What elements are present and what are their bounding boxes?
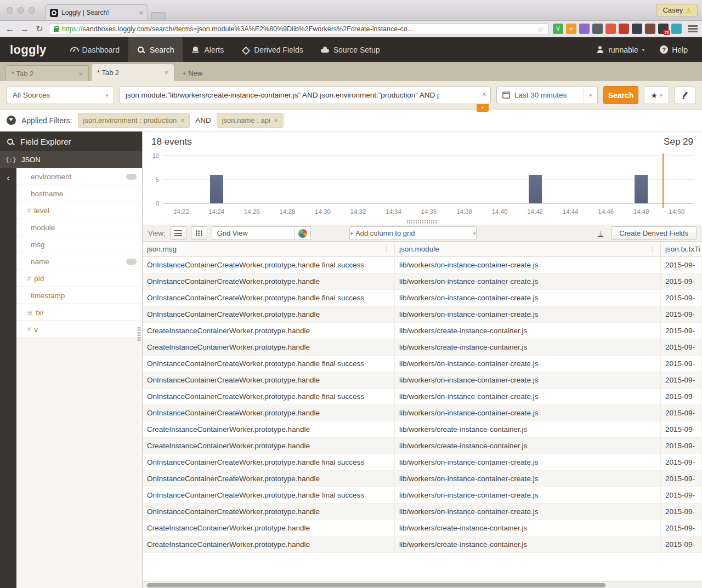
cell-tx[interactable]: 2015-09-: [661, 405, 702, 421]
cell-tx[interactable]: 2015-09-: [661, 438, 702, 454]
help-menu[interactable]: ? Help: [653, 37, 694, 62]
table-row[interactable]: CreateInstanceContainerWorker.prototype.…: [143, 421, 702, 438]
extension-icon[interactable]: [619, 24, 629, 34]
table-row[interactable]: CreateInstanceContainerWorker.prototype.…: [143, 536, 702, 553]
chart-mode-button[interactable]: [295, 226, 311, 240]
browser-new-tab-button[interactable]: [151, 12, 166, 20]
cell-module[interactable]: lib/workers/on-instance-container-create…: [395, 487, 661, 503]
field-item-environment[interactable]: environment: [16, 168, 142, 185]
column-menu-icon[interactable]: ⋮: [649, 245, 656, 253]
eye-icon[interactable]: [126, 174, 137, 180]
table-row[interactable]: CreateInstanceContainerWorker.prototype.…: [143, 323, 702, 339]
workspace-tab-close-icon[interactable]: ×: [78, 70, 83, 78]
cell-msg[interactable]: CreateInstanceContainerWorker.prototype.…: [143, 421, 395, 437]
nav-item-derived-fields[interactable]: Derived Fields: [233, 37, 312, 62]
list-view-button[interactable]: [170, 226, 186, 240]
horizontal-scrollbar[interactable]: [143, 581, 702, 588]
table-row[interactable]: OnInstanceContainerCreateWorker.prototyp…: [143, 454, 702, 471]
browser-menu-button[interactable]: [688, 25, 698, 32]
table-row[interactable]: OnInstanceContainerCreateWorker.prototyp…: [143, 257, 702, 273]
cell-module[interactable]: lib/workers/on-instance-container-create…: [395, 306, 661, 322]
cell-module[interactable]: lib/workers/on-instance-container-create…: [395, 356, 661, 372]
chart-time-cursor[interactable]: [663, 153, 664, 208]
cell-tx[interactable]: 2015-09-: [661, 372, 702, 388]
bookmark-star-icon[interactable]: ☆: [537, 25, 544, 33]
table-row[interactable]: CreateInstanceContainerWorker.prototype.…: [143, 339, 702, 356]
workspace-tab-2[interactable]: * Tab 2 ×: [91, 64, 174, 81]
window-zoom-button[interactable]: [29, 7, 35, 14]
extension-icon[interactable]: [671, 24, 682, 34]
sidebar-resize-handle[interactable]: [137, 327, 141, 342]
cell-module[interactable]: lib/workers/create-instance-container.js: [395, 323, 661, 339]
field-item-timestamp[interactable]: timestamp: [16, 287, 142, 304]
cell-module[interactable]: lib/workers/on-instance-container-create…: [395, 372, 661, 388]
cell-module[interactable]: lib/workers/create-instance-container.js: [395, 536, 661, 552]
share-search-button[interactable]: [675, 86, 695, 104]
cell-module[interactable]: lib/workers/on-instance-container-create…: [395, 471, 661, 487]
workspace-tab-1[interactable]: * Tab 2 ×: [5, 65, 89, 81]
cell-module[interactable]: lib/workers/create-instance-container.js: [395, 421, 661, 437]
cell-tx[interactable]: 2015-09-: [661, 487, 702, 503]
field-item-name[interactable]: name: [16, 253, 142, 270]
cell-msg[interactable]: OnInstanceContainerCreateWorker.prototyp…: [143, 372, 395, 388]
extension-icon[interactable]: [632, 24, 642, 34]
column-header-tx[interactable]: json.tx.txTi: [661, 242, 702, 256]
filter-chip-name[interactable]: json.name : api ×: [217, 113, 284, 128]
cell-msg[interactable]: CreateInstanceContainerWorker.prototype.…: [143, 536, 395, 552]
cell-module[interactable]: lib/workers/create-instance-container.js: [395, 339, 661, 355]
extension-icon[interactable]: 70: [658, 24, 669, 34]
table-row[interactable]: OnInstanceContainerCreateWorker.prototyp…: [143, 356, 702, 372]
cell-module[interactable]: lib/workers/on-instance-container-create…: [395, 389, 661, 404]
cell-msg[interactable]: OnInstanceContainerCreateWorker.prototyp…: [143, 273, 395, 289]
extension-icon[interactable]: [592, 24, 603, 34]
table-row[interactable]: OnInstanceContainerCreateWorker.prototyp…: [143, 306, 702, 323]
saved-searches-button[interactable]: ★ ▾: [644, 86, 669, 104]
extension-icon[interactable]: ★: [566, 24, 576, 34]
chart-plot[interactable]: 0510: [163, 156, 694, 204]
table-row[interactable]: CreateInstanceContainerWorker.prototype.…: [143, 520, 702, 536]
table-row[interactable]: OnInstanceContainerCreateWorker.prototyp…: [143, 471, 702, 487]
field-item-v[interactable]: # v: [16, 321, 142, 338]
cell-tx[interactable]: 2015-09-: [661, 273, 702, 289]
field-item-tx[interactable]: ⊞ tx/: [16, 304, 142, 321]
column-header-msg[interactable]: json.msg ⋮: [143, 242, 395, 256]
json-section-header[interactable]: {:} JSON: [0, 151, 142, 168]
cell-msg[interactable]: OnInstanceContainerCreateWorker.prototyp…: [143, 504, 395, 520]
eye-icon[interactable]: [126, 259, 137, 265]
search-query-input[interactable]: [120, 86, 491, 104]
chart-bar[interactable]: [210, 175, 223, 203]
cell-msg[interactable]: OnInstanceContainerCreateWorker.prototyp…: [143, 487, 395, 503]
cell-tx[interactable]: 2015-09-: [661, 520, 702, 536]
cell-msg[interactable]: OnInstanceContainerCreateWorker.prototyp…: [143, 454, 395, 470]
cell-tx[interactable]: 2015-09-: [661, 421, 702, 437]
cell-module[interactable]: lib/workers/on-instance-container-create…: [395, 504, 661, 520]
window-minimize-button[interactable]: [18, 7, 24, 14]
cell-tx[interactable]: 2015-09-: [661, 536, 702, 552]
cell-tx[interactable]: 2015-09-: [661, 389, 702, 404]
workspace-tab-close-icon[interactable]: ×: [164, 68, 168, 77]
filter-chip-environment[interactable]: json.environment : production ×: [78, 113, 190, 128]
field-item-pid[interactable]: # pid: [16, 270, 142, 287]
cell-msg[interactable]: CreateInstanceContainerWorker.prototype.…: [143, 520, 395, 536]
table-row[interactable]: OnInstanceContainerCreateWorker.prototyp…: [143, 405, 702, 421]
cell-tx[interactable]: 2015-09-: [661, 471, 702, 487]
cell-tx[interactable]: 2015-09-: [661, 504, 702, 520]
table-row[interactable]: OnInstanceContainerCreateWorker.prototyp…: [143, 487, 702, 504]
window-close-button[interactable]: [7, 7, 13, 14]
cell-module[interactable]: lib/workers/create-instance-container.js: [395, 520, 661, 536]
cell-msg[interactable]: OnInstanceContainerCreateWorker.prototyp…: [143, 356, 395, 372]
cell-msg[interactable]: OnInstanceContainerCreateWorker.prototyp…: [143, 306, 395, 322]
extension-icon[interactable]: V: [553, 24, 563, 34]
table-row[interactable]: OnInstanceContainerCreateWorker.prototyp…: [143, 389, 702, 405]
extension-icon[interactable]: [605, 24, 616, 34]
new-search-tab-button[interactable]: + New: [177, 65, 208, 81]
all-sources-select[interactable]: All Sources ▾: [7, 86, 114, 104]
browser-tab[interactable]: Loggly | Search! ×: [45, 4, 148, 20]
cell-module[interactable]: lib/workers/create-instance-container.js: [395, 438, 661, 454]
cell-tx[interactable]: 2015-09-: [661, 339, 702, 355]
field-item-hostname[interactable]: hostname: [16, 185, 142, 202]
field-item-level[interactable]: # level: [16, 202, 142, 219]
back-button[interactable]: ←: [4, 23, 15, 35]
remove-filter-icon[interactable]: ×: [274, 117, 278, 124]
cell-tx[interactable]: 2015-09-: [661, 323, 702, 339]
